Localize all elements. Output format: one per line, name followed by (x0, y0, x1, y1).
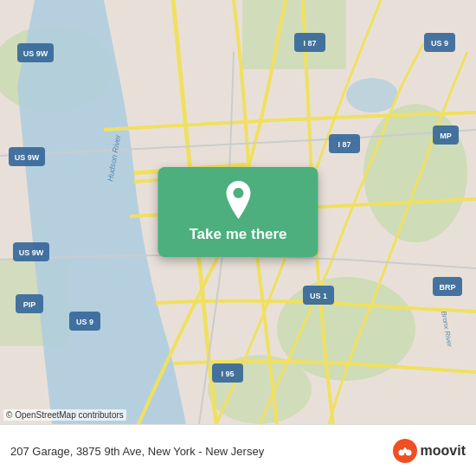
svg-text:I 95: I 95 (221, 370, 234, 378)
svg-point-7 (346, 78, 398, 113)
location-pin-icon (222, 181, 254, 219)
bottom-bar: 207 Garage, 3875 9th Ave, New York - New… (0, 424, 476, 476)
location-info: 207 Garage, 3875 9th Ave, New York - New… (10, 443, 393, 459)
osm-credit: © OpenStreetMap contributors (3, 409, 126, 421)
svg-text:BRP: BRP (439, 283, 455, 292)
svg-text:US 9W: US 9W (15, 153, 40, 162)
moovit-logo: moovit (393, 439, 466, 463)
svg-text:US 9: US 9 (76, 318, 93, 326)
moovit-text: moovit (421, 443, 466, 459)
svg-text:I 87: I 87 (338, 140, 351, 149)
location-text: 207 Garage, 3875 9th Ave, New York - New… (10, 445, 264, 458)
svg-text:US 9W: US 9W (23, 49, 48, 58)
svg-point-36 (233, 188, 243, 198)
take-me-there-label: Take me there (189, 226, 286, 243)
svg-point-3 (363, 104, 467, 242)
moovit-icon (393, 439, 417, 463)
svg-text:PIP: PIP (23, 300, 36, 309)
svg-text:MP: MP (440, 132, 452, 140)
svg-text:US 1: US 1 (310, 292, 327, 300)
svg-rect-2 (242, 0, 346, 69)
svg-text:I 87: I 87 (303, 39, 316, 48)
map-container: US 9W US 9W US 9W I 87 I 87 US 9 MP PIP … (0, 0, 476, 424)
svg-text:US 9: US 9 (431, 39, 448, 48)
take-me-there-button[interactable]: Take me there (158, 167, 318, 257)
svg-text:US 9W: US 9W (19, 248, 44, 257)
